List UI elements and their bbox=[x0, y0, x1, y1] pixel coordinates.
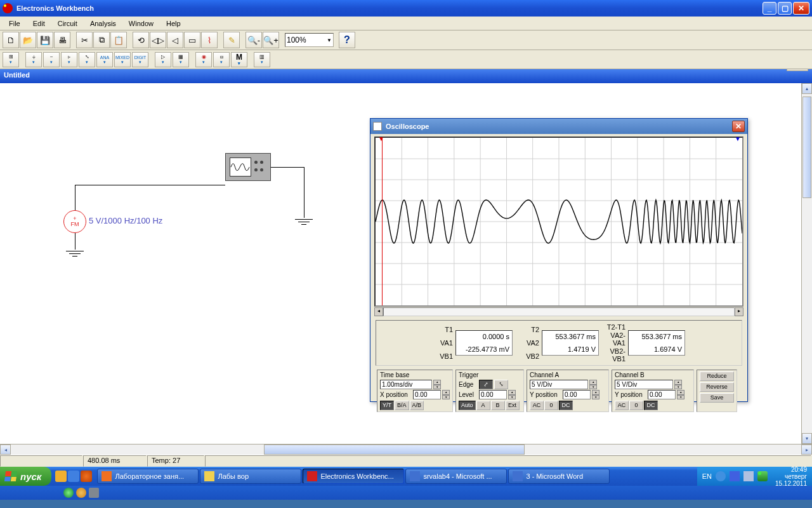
ba-button[interactable]: B/A bbox=[395, 401, 409, 410]
cha-ypos[interactable]: 0.00 bbox=[563, 390, 591, 399]
cut-button[interactable]: ✂ bbox=[76, 32, 93, 48]
trig-a-button[interactable]: A bbox=[476, 401, 490, 410]
chb-dc-button[interactable]: DC bbox=[644, 401, 658, 410]
oscilloscope-titlebar[interactable]: Oscilloscope ✕ bbox=[370, 119, 747, 134]
subcircuit-button[interactable]: ▭ bbox=[184, 32, 200, 48]
mixed-bin[interactable]: MIXED▾ bbox=[114, 52, 131, 67]
cha-div[interactable]: 5 V/Div bbox=[530, 380, 588, 389]
ic-bin[interactable]: ▦▾ bbox=[173, 52, 189, 67]
chb-ypos[interactable]: 0.00 bbox=[648, 390, 676, 399]
tb2-icon-2[interactable] bbox=[76, 488, 86, 498]
fm-source[interactable]: + FM bbox=[63, 210, 86, 233]
lang-indicator[interactable]: EN bbox=[702, 472, 712, 480]
probe-button[interactable]: ✎ bbox=[223, 32, 240, 48]
taskbar-task[interactable]: Лабораторное заня... bbox=[97, 469, 199, 484]
zoom-select[interactable]: 100%▼ bbox=[285, 33, 334, 47]
open-button[interactable]: 📂 bbox=[20, 32, 36, 48]
yt-button[interactable]: Y/T bbox=[380, 401, 394, 410]
controls-bin[interactable]: ⧈▾ bbox=[213, 52, 230, 67]
favorites-bin[interactable]: ⊞▾ bbox=[3, 52, 19, 67]
logic-bin[interactable]: ▷▾ bbox=[155, 52, 171, 67]
cursor-t2-marker[interactable]: ▼ bbox=[735, 135, 741, 142]
misc-bin[interactable]: M▾ bbox=[231, 52, 247, 67]
cursor-t1-marker[interactable]: ▼ bbox=[378, 135, 384, 142]
taskbar-tasks: Лабораторное заня...Лабы ворElectronics … bbox=[96, 467, 697, 486]
trig-b-button[interactable]: B bbox=[491, 401, 505, 410]
oscilloscope-hscroll[interactable]: ◂▸ bbox=[374, 307, 743, 316]
tray-wifi-icon[interactable] bbox=[743, 471, 754, 481]
oscilloscope-display[interactable]: ▼ ▼ bbox=[374, 137, 743, 307]
cha-zero-button[interactable]: 0 bbox=[544, 401, 558, 410]
ground-left[interactable] bbox=[66, 246, 84, 257]
chb-zero-button[interactable]: 0 bbox=[629, 401, 643, 410]
copy-button[interactable]: ⧉ bbox=[93, 32, 110, 48]
paste-button[interactable]: 📋 bbox=[110, 32, 127, 48]
fliph-button[interactable]: ◁▷ bbox=[150, 32, 166, 48]
flipv-button[interactable]: ◁ bbox=[167, 32, 183, 48]
sources-bin[interactable]: ⏚▾ bbox=[25, 52, 42, 67]
ql-icon-1[interactable] bbox=[55, 471, 67, 482]
chb-div[interactable]: 5 V/Div bbox=[615, 380, 673, 389]
canvas-vscroll[interactable]: ▴▾ bbox=[801, 83, 812, 444]
oscilloscope-component[interactable] bbox=[225, 153, 271, 181]
ql-firefox-icon[interactable] bbox=[81, 471, 92, 482]
trig-auto-button[interactable]: Auto bbox=[459, 401, 476, 410]
tb2-icon-1[interactable] bbox=[63, 488, 74, 498]
taskbar-task[interactable]: 3 - Microsoft Word bbox=[508, 469, 610, 484]
taskbar-clock[interactable]: 20:49 четверг 15.12.2011 bbox=[771, 466, 807, 487]
diodes-bin[interactable]: ▹▾ bbox=[61, 52, 77, 67]
trigger-level[interactable]: 0.00 bbox=[479, 390, 507, 399]
instruments-bin[interactable]: ▥▾ bbox=[254, 52, 270, 67]
task-icon bbox=[513, 471, 523, 481]
reverse-button[interactable]: Reverse bbox=[700, 382, 734, 392]
save-trace-button[interactable]: Save bbox=[700, 393, 734, 403]
tray-icon-1[interactable] bbox=[716, 471, 726, 481]
maximize-button[interactable]: ▢ bbox=[778, 2, 792, 15]
menu-analysis[interactable]: Analysis bbox=[84, 18, 122, 29]
ql-icon-2[interactable] bbox=[68, 471, 79, 482]
tray-network-icon[interactable] bbox=[757, 471, 768, 481]
ground-right[interactable] bbox=[295, 214, 313, 225]
menu-edit[interactable]: Edit bbox=[27, 18, 51, 29]
oscilloscope-title: Oscilloscope bbox=[386, 123, 429, 130]
zoomout-button[interactable]: 🔍- bbox=[246, 32, 262, 48]
edge-rise-button[interactable]: ⤤ bbox=[479, 380, 493, 389]
analog-bin[interactable]: ANA▾ bbox=[96, 52, 113, 67]
chb-ac-button[interactable]: AC bbox=[615, 401, 629, 410]
timebase-div[interactable]: 1.00ms/div bbox=[380, 380, 432, 389]
reduce-button[interactable]: Reduce bbox=[700, 371, 734, 381]
circuit-canvas[interactable]: + FM 5 V/1000 Hz/100 Hz Oscilloscope ✕ bbox=[0, 83, 812, 444]
new-button[interactable]: 🗋 bbox=[3, 32, 19, 48]
tray-icon-2[interactable] bbox=[730, 471, 740, 481]
taskbar-task[interactable]: Лабы вор bbox=[200, 469, 301, 484]
basic-bin[interactable]: ~▾ bbox=[43, 52, 60, 67]
minimize-button[interactable]: _ bbox=[763, 2, 776, 15]
save-button[interactable]: 💾 bbox=[37, 32, 53, 48]
start-button[interactable]: пуск bbox=[0, 467, 51, 486]
rotate-button[interactable]: ⟲ bbox=[133, 32, 149, 48]
taskbar-task[interactable]: srvalab4 - Microsoft ... bbox=[405, 469, 507, 484]
trig-ext-button[interactable]: Ext bbox=[506, 401, 520, 410]
tb2-icon-3[interactable] bbox=[89, 488, 99, 498]
ab-button[interactable]: A/B bbox=[410, 401, 424, 410]
menu-help[interactable]: Help bbox=[160, 18, 187, 29]
indicators-bin[interactable]: ◉▾ bbox=[195, 52, 212, 67]
cha-ac-button[interactable]: AC bbox=[530, 401, 544, 410]
menu-circuit[interactable]: Circuit bbox=[51, 18, 84, 29]
digital-bin[interactable]: DIGIT▾ bbox=[132, 52, 148, 67]
edge-fall-button[interactable]: ⤥ bbox=[494, 380, 508, 389]
taskbar-task[interactable]: Electronics Workbenc... bbox=[303, 469, 404, 484]
zoomin-button[interactable]: 🔍+ bbox=[263, 32, 279, 48]
canvas-hscroll[interactable]: ◂▸ bbox=[0, 444, 812, 455]
transistors-bin[interactable]: ⤡▾ bbox=[79, 52, 95, 67]
graph-button[interactable]: ⌇ bbox=[201, 32, 218, 48]
print-button[interactable]: 🖶 bbox=[54, 32, 70, 48]
menu-file[interactable]: File bbox=[3, 18, 27, 29]
app-titlebar: Electronics Workbench _ ▢ ✕ bbox=[0, 0, 812, 17]
cha-dc-button[interactable]: DC bbox=[559, 401, 573, 410]
close-button[interactable]: ✕ bbox=[793, 2, 809, 15]
oscilloscope-close-button[interactable]: ✕ bbox=[732, 121, 745, 132]
menu-window[interactable]: Window bbox=[122, 18, 160, 29]
timebase-xpos[interactable]: 0.00 bbox=[413, 390, 441, 399]
help-button[interactable]: ? bbox=[339, 32, 355, 48]
